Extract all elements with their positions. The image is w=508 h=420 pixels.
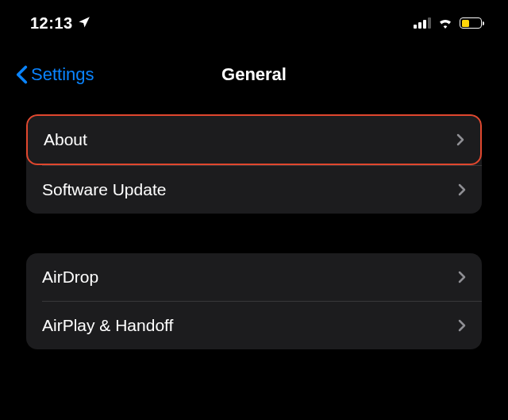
chevron-right-icon <box>458 271 466 283</box>
settings-group-2: AirDrop AirPlay & Handoff <box>26 253 482 349</box>
row-about[interactable]: About <box>26 114 482 165</box>
chevron-left-icon <box>16 65 28 84</box>
page-title: General <box>221 64 287 85</box>
row-airplay-handoff[interactable]: AirPlay & Handoff <box>26 302 482 349</box>
row-label: AirPlay & Handoff <box>42 316 173 335</box>
back-label: Settings <box>31 64 94 85</box>
nav-bar: Settings General <box>0 43 508 114</box>
row-software-update[interactable]: Software Update <box>26 166 482 214</box>
status-bar: 12:13 <box>0 0 508 43</box>
cellular-signal-icon <box>414 17 431 29</box>
wifi-icon <box>437 17 453 29</box>
status-right <box>414 17 484 29</box>
status-time: 12:13 <box>30 14 73 33</box>
row-label: About <box>44 130 87 149</box>
battery-fill <box>462 20 469 27</box>
chevron-right-icon <box>458 183 466 196</box>
battery-icon <box>460 17 484 29</box>
back-button[interactable]: Settings <box>16 64 94 85</box>
content: About Software Update AirDrop AirPlay & … <box>0 114 508 349</box>
row-label: Software Update <box>42 180 166 199</box>
chevron-right-icon <box>456 133 464 146</box>
row-label: AirDrop <box>42 268 98 287</box>
status-left: 12:13 <box>30 14 91 33</box>
row-airdrop[interactable]: AirDrop <box>26 253 482 301</box>
location-arrow-icon <box>78 15 91 32</box>
settings-group-1: About Software Update <box>26 114 482 214</box>
chevron-right-icon <box>458 319 466 332</box>
